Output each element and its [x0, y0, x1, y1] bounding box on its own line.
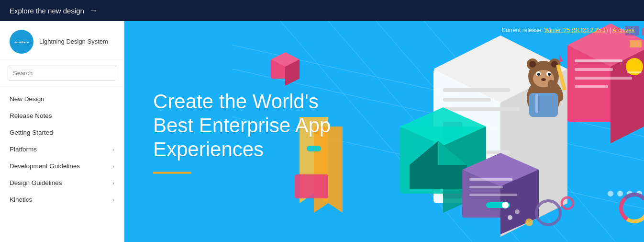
svg-point-64	[548, 73, 551, 76]
chevron-right-icon: ›	[112, 197, 114, 203]
content-area: Current release: Winter '25 (SLDS 2.25.1…	[124, 21, 644, 242]
nav-label: Kinetics	[10, 196, 32, 203]
release-version-link[interactable]: Winter '25 (SLDS 2.25.1)	[544, 27, 608, 34]
top-banner: Explore the new design →	[0, 0, 644, 21]
svg-rect-72	[642, 28, 644, 35]
svg-point-41	[502, 202, 509, 208]
salesforce-logo: salesforce	[10, 30, 33, 54]
svg-rect-12	[443, 88, 510, 92]
svg-rect-44	[295, 174, 328, 198]
svg-rect-14	[443, 107, 520, 111]
sidebar-item-design-guidelines[interactable]: Design Guidelines ›	[0, 174, 124, 191]
sidebar-item-getting-started[interactable]: Getting Started	[0, 124, 124, 141]
svg-point-75	[617, 191, 623, 196]
svg-point-58	[529, 61, 536, 68]
release-bar: Current release: Winter '25 (SLDS 2.25.1…	[501, 27, 634, 34]
svg-point-52	[508, 215, 512, 220]
sidebar-title: Lightning Design System	[39, 38, 108, 46]
svg-rect-29	[575, 68, 613, 71]
svg-point-65	[541, 78, 546, 81]
svg-rect-31	[575, 85, 608, 88]
logo-area: salesforce Lightning Design System	[0, 21, 124, 60]
hero-text: Create the World's Best Enterprise App E…	[153, 90, 331, 173]
main-layout: salesforce Lightning Design System New D…	[0, 21, 644, 242]
hero-underline	[153, 172, 191, 173]
banner-text: Explore the new design	[10, 7, 84, 15]
svg-rect-38	[469, 186, 503, 188]
nav-label: Getting Started	[10, 129, 53, 136]
banner-arrow: →	[89, 6, 98, 16]
svg-point-53	[515, 209, 520, 214]
archives-link[interactable]: Archives	[612, 27, 634, 34]
svg-rect-28	[575, 59, 622, 62]
nav-label: Release Notes	[10, 112, 52, 119]
release-separator: |	[610, 27, 611, 34]
chevron-right-icon: ›	[112, 180, 114, 186]
sidebar-item-platforms[interactable]: Platforms ›	[0, 141, 124, 158]
sidebar-item-release-notes[interactable]: Release Notes	[0, 107, 124, 124]
nav-label: New Design	[10, 95, 44, 103]
svg-point-51	[525, 219, 533, 226]
nav-label: Design Guidelines	[10, 179, 62, 186]
release-label: Current release:	[501, 27, 543, 34]
sidebar-item-dev-guidelines[interactable]: Development Guidelines ›	[0, 158, 124, 174]
svg-rect-39	[469, 194, 517, 196]
search-input[interactable]	[8, 66, 116, 81]
search-container	[0, 60, 124, 87]
chevron-right-icon: ›	[112, 163, 114, 169]
svg-point-74	[608, 191, 613, 196]
chevron-right-icon: ›	[112, 147, 114, 152]
hero-headline: Create the World's Best Enterprise App E…	[153, 90, 331, 162]
svg-rect-73	[630, 40, 642, 47]
nav-list: New Design Release Notes Getting Started…	[0, 87, 124, 212]
explore-new-design-link[interactable]: Explore the new design →	[10, 6, 98, 16]
sidebar-nav: New Design Release Notes Getting Started…	[0, 87, 124, 242]
sidebar-item-kinetics[interactable]: Kinetics ›	[0, 191, 124, 208]
nav-label: Development Guidelines	[10, 162, 80, 170]
sidebar: salesforce Lightning Design System New D…	[0, 21, 124, 242]
svg-rect-69	[529, 93, 558, 117]
svg-text:salesforce: salesforce	[14, 40, 29, 44]
svg-rect-70	[535, 94, 538, 113]
svg-rect-33	[627, 71, 642, 73]
svg-point-63	[537, 73, 540, 76]
svg-rect-37	[469, 178, 512, 181]
sidebar-item-new-design[interactable]: New Design	[0, 91, 124, 107]
svg-rect-30	[575, 77, 632, 80]
nav-label: Platforms	[10, 146, 37, 153]
svg-rect-13	[443, 98, 491, 102]
